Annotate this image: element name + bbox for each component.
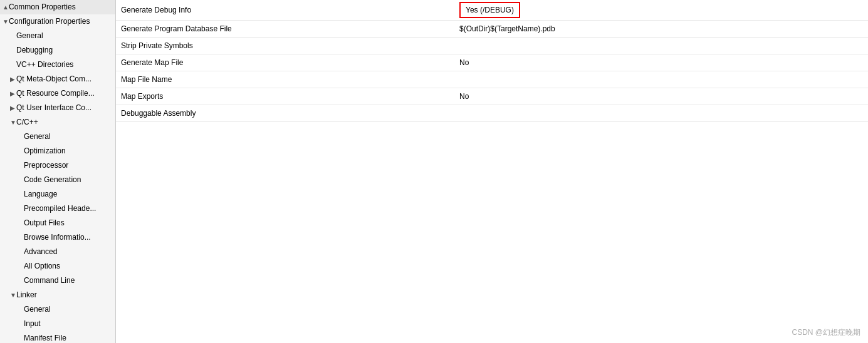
sidebar-label: Language bbox=[24, 190, 57, 198]
sidebar-label: Debugging bbox=[16, 46, 53, 54]
table-row[interactable]: Map File Name bbox=[116, 71, 868, 88]
expand-icon: ▼ bbox=[10, 290, 16, 301]
sidebar-item-qt-meta[interactable]: ▶ Qt Meta-Object Com... bbox=[0, 72, 115, 86]
sidebar-item-advanced[interactable]: Advanced bbox=[0, 245, 115, 259]
sidebar-label: Output Files bbox=[24, 218, 65, 227]
sidebar-label: General bbox=[24, 132, 51, 141]
sidebar-item-debugging[interactable]: Debugging bbox=[0, 43, 115, 58]
property-name: Strip Private Symbols bbox=[116, 38, 454, 54]
property-value: No bbox=[454, 88, 868, 105]
sidebar-label: All Options bbox=[24, 262, 60, 270]
sidebar-item-language[interactable]: Language bbox=[0, 187, 115, 202]
sidebar-item-linker-general[interactable]: General bbox=[0, 302, 115, 317]
property-value bbox=[454, 71, 868, 88]
sidebar-label: Optimization bbox=[24, 146, 66, 155]
table-row[interactable]: Generate Debug InfoYes (/DEBUG) bbox=[116, 0, 868, 21]
highlighted-value: Yes (/DEBUG) bbox=[459, 2, 520, 18]
sidebar-item-browse-information[interactable]: Browse Informatio... bbox=[0, 230, 115, 245]
table-row[interactable]: Generate Map FileNo bbox=[116, 54, 868, 71]
sidebar-label: Configuration Properties bbox=[9, 17, 90, 26]
expand-icon: ▼ bbox=[10, 117, 16, 128]
property-value: Yes (/DEBUG) bbox=[454, 0, 868, 21]
sidebar-item-manifest-file[interactable]: Manifest File bbox=[0, 331, 115, 343]
sidebar-item-qt-user-interface[interactable]: ▶ Qt User Interface Co... bbox=[0, 101, 115, 115]
sidebar-label: Command Line bbox=[24, 276, 75, 285]
expand-icon: ▲ bbox=[3, 2, 9, 13]
sidebar-item-general[interactable]: General bbox=[0, 29, 115, 43]
sidebar-item-vc-directories[interactable]: VC++ Directories bbox=[0, 58, 115, 72]
expand-icon: ▶ bbox=[10, 103, 16, 114]
table-row[interactable]: Generate Program Database File$(OutDir)$… bbox=[116, 21, 868, 38]
sidebar-label: Common Properties bbox=[9, 3, 76, 11]
property-value: $(OutDir)$(TargetName).pdb bbox=[454, 21, 868, 38]
sidebar-item-code-generation[interactable]: Code Generation bbox=[0, 173, 115, 187]
property-name: Generate Map File bbox=[116, 54, 454, 71]
sidebar-item-output-files[interactable]: Output Files bbox=[0, 216, 115, 230]
property-name: Map File Name bbox=[116, 71, 454, 88]
sidebar-item-linker[interactable]: ▼ Linker bbox=[0, 288, 115, 302]
sidebar-label: VC++ Directories bbox=[16, 60, 73, 69]
sidebar-label: Precompiled Heade... bbox=[24, 204, 96, 213]
sidebar-item-preprocessor[interactable]: Preprocessor bbox=[0, 158, 115, 173]
sidebar-label: Input bbox=[24, 319, 41, 328]
sidebar: ▲ Common Properties▼ Configuration Prope… bbox=[0, 0, 116, 343]
sidebar-item-all-options[interactable]: All Options bbox=[0, 259, 115, 274]
sidebar-label: Browse Informatio... bbox=[24, 233, 91, 242]
property-name: Generate Debug Info bbox=[116, 0, 454, 21]
table-row[interactable]: Strip Private Symbols bbox=[116, 38, 868, 54]
sidebar-item-qt-resource[interactable]: ▶ Qt Resource Compile... bbox=[0, 86, 115, 101]
sidebar-label: Manifest File bbox=[24, 334, 66, 342]
sidebar-label: Qt User Interface Co... bbox=[16, 103, 92, 112]
table-row[interactable]: Debuggable Assembly bbox=[116, 105, 868, 122]
expand-icon: ▶ bbox=[10, 74, 16, 85]
table-row[interactable]: Map ExportsNo bbox=[116, 88, 868, 105]
sidebar-label: Linker bbox=[16, 290, 37, 299]
sidebar-label: General bbox=[16, 31, 43, 40]
sidebar-label: Code Generation bbox=[24, 175, 81, 184]
sidebar-label: C/C++ bbox=[16, 118, 38, 126]
property-value bbox=[454, 38, 868, 54]
sidebar-label: Advanced bbox=[24, 247, 57, 256]
property-value bbox=[454, 105, 868, 122]
sidebar-item-cpp[interactable]: ▼ C/C++ bbox=[0, 115, 115, 130]
sidebar-item-precompiled-headers[interactable]: Precompiled Heade... bbox=[0, 202, 115, 216]
expand-icon: ▼ bbox=[3, 16, 9, 28]
sidebar-item-common-properties[interactable]: ▲ Common Properties bbox=[0, 0, 115, 14]
sidebar-item-command-line[interactable]: Command Line bbox=[0, 274, 115, 288]
sidebar-label: General bbox=[24, 305, 51, 314]
sidebar-item-configuration-properties[interactable]: ▼ Configuration Properties bbox=[0, 14, 115, 29]
sidebar-label: Qt Meta-Object Com... bbox=[16, 74, 92, 83]
property-name: Map Exports bbox=[116, 88, 454, 105]
expand-icon: ▶ bbox=[10, 88, 16, 100]
sidebar-label: Preprocessor bbox=[24, 161, 68, 170]
property-value: No bbox=[454, 54, 868, 71]
sidebar-item-input[interactable]: Input bbox=[0, 317, 115, 331]
sidebar-label: Qt Resource Compile... bbox=[16, 89, 95, 98]
property-name: Debuggable Assembly bbox=[116, 105, 454, 122]
watermark: CSDN @幻想症晚期 bbox=[792, 327, 860, 338]
properties-table: Generate Debug InfoYes (/DEBUG)Generate … bbox=[116, 0, 868, 122]
property-name: Generate Program Database File bbox=[116, 21, 454, 38]
sidebar-item-optimization[interactable]: Optimization bbox=[0, 144, 115, 158]
main-content: Generate Debug InfoYes (/DEBUG)Generate … bbox=[116, 0, 868, 343]
sidebar-item-cpp-general[interactable]: General bbox=[0, 130, 115, 144]
